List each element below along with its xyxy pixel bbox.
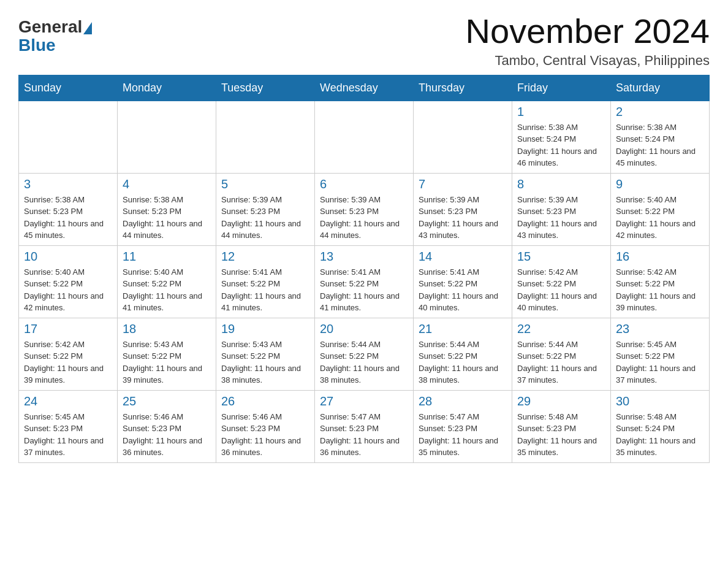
calendar-table: SundayMondayTuesdayWednesdayThursdayFrid… — [18, 75, 710, 463]
logo-blue-text: Blue — [18, 36, 56, 55]
day-number: 23 — [616, 322, 704, 336]
calendar-week-row: 3Sunrise: 5:38 AMSunset: 5:23 PMDaylight… — [19, 173, 710, 245]
calendar-body: 1Sunrise: 5:38 AMSunset: 5:24 PMDaylight… — [19, 101, 710, 462]
day-number: 11 — [123, 250, 211, 264]
day-info: Sunrise: 5:38 AMSunset: 5:24 PMDaylight:… — [517, 121, 605, 169]
day-number: 22 — [517, 322, 605, 336]
day-info: Sunrise: 5:48 AMSunset: 5:23 PMDaylight:… — [517, 411, 605, 459]
day-info: Sunrise: 5:47 AMSunset: 5:23 PMDaylight:… — [419, 411, 507, 459]
day-info: Sunrise: 5:39 AMSunset: 5:23 PMDaylight:… — [320, 194, 408, 242]
logo: General Blue — [18, 18, 93, 55]
calendar-day-cell: 22Sunrise: 5:44 AMSunset: 5:22 PMDayligh… — [512, 318, 611, 390]
calendar-day-cell: 20Sunrise: 5:44 AMSunset: 5:22 PMDayligh… — [315, 318, 414, 390]
day-info: Sunrise: 5:45 AMSunset: 5:23 PMDaylight:… — [24, 411, 112, 459]
calendar-day-cell: 11Sunrise: 5:40 AMSunset: 5:22 PMDayligh… — [118, 245, 216, 318]
day-info: Sunrise: 5:41 AMSunset: 5:22 PMDaylight:… — [320, 266, 408, 314]
calendar-day-cell: 25Sunrise: 5:46 AMSunset: 5:23 PMDayligh… — [118, 390, 216, 462]
day-info: Sunrise: 5:43 AMSunset: 5:22 PMDaylight:… — [221, 339, 309, 386]
calendar-day-cell: 12Sunrise: 5:41 AMSunset: 5:22 PMDayligh… — [216, 245, 315, 318]
calendar-day-cell: 17Sunrise: 5:42 AMSunset: 5:22 PMDayligh… — [19, 318, 118, 390]
calendar-week-row: 24Sunrise: 5:45 AMSunset: 5:23 PMDayligh… — [19, 390, 710, 462]
day-info: Sunrise: 5:41 AMSunset: 5:22 PMDaylight:… — [419, 266, 507, 314]
calendar-day-cell: 4Sunrise: 5:38 AMSunset: 5:23 PMDaylight… — [118, 173, 216, 245]
day-number: 20 — [320, 322, 408, 336]
day-info: Sunrise: 5:43 AMSunset: 5:22 PMDaylight:… — [123, 339, 211, 386]
day-number: 4 — [123, 177, 211, 191]
calendar-day-header: Thursday — [414, 75, 512, 101]
day-number: 1 — [517, 105, 605, 119]
calendar-day-cell: 14Sunrise: 5:41 AMSunset: 5:22 PMDayligh… — [414, 245, 512, 318]
day-info: Sunrise: 5:47 AMSunset: 5:23 PMDaylight:… — [320, 411, 408, 459]
calendar-day-cell: 2Sunrise: 5:38 AMSunset: 5:24 PMDaylight… — [611, 101, 710, 173]
calendar-day-cell — [118, 101, 216, 173]
day-info: Sunrise: 5:46 AMSunset: 5:23 PMDaylight:… — [221, 411, 309, 459]
day-number: 15 — [517, 250, 605, 264]
day-info: Sunrise: 5:41 AMSunset: 5:22 PMDaylight:… — [221, 266, 309, 314]
day-info: Sunrise: 5:40 AMSunset: 5:22 PMDaylight:… — [24, 266, 112, 314]
day-info: Sunrise: 5:42 AMSunset: 5:22 PMDaylight:… — [24, 339, 112, 386]
calendar-week-row: 17Sunrise: 5:42 AMSunset: 5:22 PMDayligh… — [19, 318, 710, 390]
calendar-day-header: Sunday — [19, 75, 118, 101]
day-number: 17 — [24, 322, 112, 336]
calendar-day-cell: 29Sunrise: 5:48 AMSunset: 5:23 PMDayligh… — [512, 390, 611, 462]
calendar-header: SundayMondayTuesdayWednesdayThursdayFrid… — [19, 75, 710, 101]
day-info: Sunrise: 5:44 AMSunset: 5:22 PMDaylight:… — [517, 339, 605, 386]
day-number: 24 — [24, 394, 112, 408]
calendar-day-header: Wednesday — [315, 75, 414, 101]
calendar-day-cell: 5Sunrise: 5:39 AMSunset: 5:23 PMDaylight… — [216, 173, 315, 245]
day-number: 18 — [123, 322, 211, 336]
calendar-day-cell: 23Sunrise: 5:45 AMSunset: 5:22 PMDayligh… — [611, 318, 710, 390]
day-number: 13 — [320, 250, 408, 264]
page-header: General Blue November 2024 Tambo, Centra… — [18, 12, 710, 69]
day-info: Sunrise: 5:44 AMSunset: 5:22 PMDaylight:… — [419, 339, 507, 386]
calendar-day-cell: 24Sunrise: 5:45 AMSunset: 5:23 PMDayligh… — [19, 390, 118, 462]
title-section: November 2024 Tambo, Central Visayas, Ph… — [466, 12, 710, 69]
calendar-day-cell — [19, 101, 118, 173]
logo-triangle-icon — [83, 22, 92, 34]
calendar-week-row: 1Sunrise: 5:38 AMSunset: 5:24 PMDaylight… — [19, 101, 710, 173]
day-number: 12 — [221, 250, 309, 264]
day-info: Sunrise: 5:40 AMSunset: 5:22 PMDaylight:… — [123, 266, 211, 314]
calendar-day-cell: 15Sunrise: 5:42 AMSunset: 5:22 PMDayligh… — [512, 245, 611, 318]
calendar-day-cell: 8Sunrise: 5:39 AMSunset: 5:23 PMDaylight… — [512, 173, 611, 245]
calendar-day-header: Saturday — [611, 75, 710, 101]
calendar-day-cell: 28Sunrise: 5:47 AMSunset: 5:23 PMDayligh… — [414, 390, 512, 462]
calendar-day-cell — [216, 101, 315, 173]
month-title: November 2024 — [466, 12, 710, 50]
day-number: 26 — [221, 394, 309, 408]
calendar-day-cell: 16Sunrise: 5:42 AMSunset: 5:22 PMDayligh… — [611, 245, 710, 318]
day-number: 27 — [320, 394, 408, 408]
calendar-day-cell: 18Sunrise: 5:43 AMSunset: 5:22 PMDayligh… — [118, 318, 216, 390]
day-number: 8 — [517, 177, 605, 191]
day-number: 19 — [221, 322, 309, 336]
logo-general-text: General — [18, 18, 82, 36]
calendar-day-cell: 9Sunrise: 5:40 AMSunset: 5:22 PMDaylight… — [611, 173, 710, 245]
day-number: 25 — [123, 394, 211, 408]
calendar-day-cell: 1Sunrise: 5:38 AMSunset: 5:24 PMDaylight… — [512, 101, 611, 173]
day-number: 7 — [419, 177, 507, 191]
calendar-day-header: Tuesday — [216, 75, 315, 101]
calendar-day-cell — [315, 101, 414, 173]
calendar-day-header: Friday — [512, 75, 611, 101]
day-number: 28 — [419, 394, 507, 408]
calendar-day-cell: 26Sunrise: 5:46 AMSunset: 5:23 PMDayligh… — [216, 390, 315, 462]
day-number: 5 — [221, 177, 309, 191]
day-info: Sunrise: 5:44 AMSunset: 5:22 PMDaylight:… — [320, 339, 408, 386]
day-number: 14 — [419, 250, 507, 264]
calendar-day-cell: 7Sunrise: 5:39 AMSunset: 5:23 PMDaylight… — [414, 173, 512, 245]
day-info: Sunrise: 5:39 AMSunset: 5:23 PMDaylight:… — [419, 194, 507, 242]
day-number: 2 — [616, 105, 704, 119]
day-number: 9 — [616, 177, 704, 191]
day-number: 29 — [517, 394, 605, 408]
day-info: Sunrise: 5:42 AMSunset: 5:22 PMDaylight:… — [517, 266, 605, 314]
day-number: 6 — [320, 177, 408, 191]
day-info: Sunrise: 5:39 AMSunset: 5:23 PMDaylight:… — [517, 194, 605, 242]
day-number: 21 — [419, 322, 507, 336]
calendar-day-cell: 13Sunrise: 5:41 AMSunset: 5:22 PMDayligh… — [315, 245, 414, 318]
location-subtitle: Tambo, Central Visayas, Philippines — [466, 53, 710, 69]
day-info: Sunrise: 5:40 AMSunset: 5:22 PMDaylight:… — [616, 194, 704, 242]
day-info: Sunrise: 5:45 AMSunset: 5:22 PMDaylight:… — [616, 339, 704, 386]
calendar-day-header: Monday — [118, 75, 216, 101]
day-info: Sunrise: 5:48 AMSunset: 5:24 PMDaylight:… — [616, 411, 704, 459]
day-info: Sunrise: 5:42 AMSunset: 5:22 PMDaylight:… — [616, 266, 704, 314]
